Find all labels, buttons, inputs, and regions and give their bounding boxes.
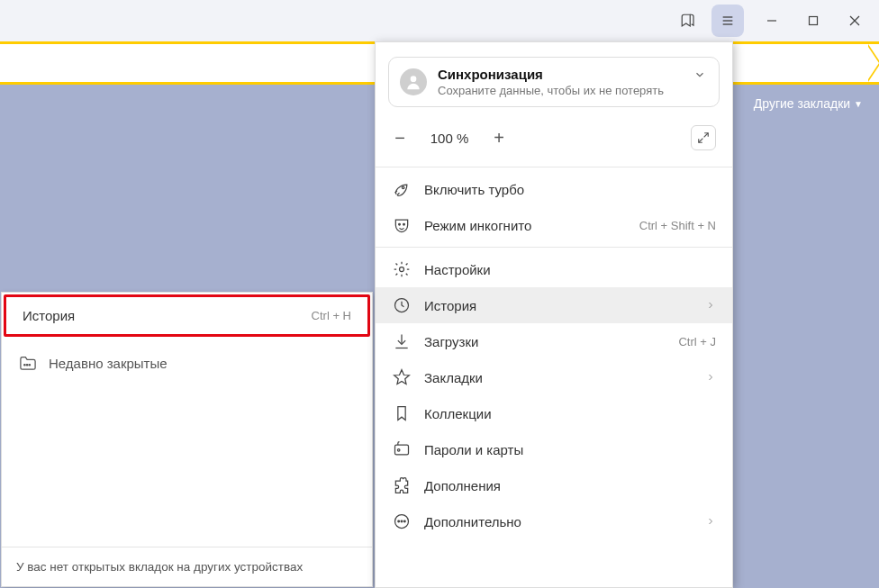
card-icon <box>392 440 412 458</box>
menu-item-label: История <box>424 298 476 313</box>
menu-item-shortcut: Ctrl + Shift + N <box>639 219 716 232</box>
avatar <box>400 68 427 95</box>
menu-item-label: Настройки <box>424 262 491 277</box>
svg-point-24 <box>404 520 406 522</box>
menu-item-addons[interactable]: Дополнения <box>376 467 732 503</box>
download-icon <box>845 50 861 67</box>
svg-point-13 <box>402 186 404 189</box>
bookmark-icon <box>680 13 696 29</box>
menu-item-incognito[interactable]: Режим инкогнито Ctrl + Shift + N <box>376 207 732 243</box>
window-maximize-button[interactable] <box>793 0 834 41</box>
minimize-icon <box>766 15 777 26</box>
divider <box>376 167 732 167</box>
star-icon <box>392 368 412 386</box>
bookmark-outline-icon <box>392 404 412 422</box>
svg-point-9 <box>29 365 30 366</box>
expand-icon <box>697 131 710 144</box>
svg-point-14 <box>399 223 401 225</box>
history-footer-text: У вас нет открытых вкладок на других уст… <box>2 547 372 586</box>
sync-card[interactable]: Синхронизация Сохраните данные, чтобы их… <box>388 57 720 107</box>
window-minimize-button[interactable] <box>751 0 793 41</box>
menu-item-history[interactable]: История <box>376 287 732 323</box>
menu-item-passwords[interactable]: Пароли и карты <box>376 431 732 467</box>
menu-item-downloads[interactable]: Загрузки Ctrl + J <box>376 323 732 359</box>
menu-item-label: Загрузки <box>424 334 478 349</box>
menu-item-more[interactable]: Дополнительно <box>376 503 732 539</box>
chevron-right-icon <box>705 300 716 311</box>
menu-item-settings[interactable]: Настройки <box>376 251 732 287</box>
svg-point-10 <box>411 76 417 82</box>
history-title: История <box>23 308 75 323</box>
zoom-out-button[interactable]: − <box>392 128 408 149</box>
menu-item-label: Закладки <box>424 370 483 385</box>
menu-item-label: Пароли и карты <box>424 442 523 457</box>
other-bookmarks-label: Другие закладки <box>754 96 850 111</box>
zoom-value: 100 % <box>424 131 475 146</box>
clock-icon <box>392 296 412 314</box>
menu-item-turbo[interactable]: Включить турбо <box>376 171 732 207</box>
gear-icon <box>392 260 412 278</box>
sync-subtitle: Сохраните данные, чтобы их не потерять <box>438 84 664 97</box>
svg-point-23 <box>401 520 403 522</box>
zoom-in-button[interactable]: + <box>491 128 507 149</box>
history-submenu-panel: История Ctrl + H Недавно закрытые У вас … <box>1 292 373 587</box>
menu-item-label: Дополнительно <box>424 514 521 529</box>
window-close-button[interactable] <box>834 0 875 41</box>
history-submenu-header[interactable]: История Ctrl + H <box>4 294 370 337</box>
chevron-right-icon <box>705 372 716 383</box>
svg-point-15 <box>403 223 405 225</box>
menu-item-shortcut: Ctrl + J <box>678 335 716 348</box>
svg-point-22 <box>398 520 400 522</box>
fullscreen-button[interactable] <box>691 125 716 150</box>
menu-item-label: Режим инкогнито <box>424 218 531 233</box>
folder-icon <box>18 355 38 371</box>
main-menu-button[interactable] <box>711 5 744 37</box>
svg-rect-4 <box>810 17 818 25</box>
svg-marker-18 <box>394 370 410 384</box>
menu-item-collections[interactable]: Коллекции <box>376 395 732 431</box>
history-shortcut: Ctrl + H <box>312 309 351 322</box>
menu-item-bookmarks[interactable]: Закладки <box>376 359 732 395</box>
svg-line-12 <box>699 139 703 143</box>
close-icon <box>849 15 860 26</box>
menu-item-label: Коллекции <box>424 406 492 421</box>
svg-point-16 <box>400 267 404 272</box>
menu-item-label: Включить турбо <box>424 182 524 197</box>
download-icon <box>392 332 412 350</box>
svg-point-8 <box>26 365 27 366</box>
chevron-down-icon <box>693 68 706 81</box>
svg-line-11 <box>704 133 709 138</box>
mask-icon <box>392 216 412 234</box>
downloads-indicator[interactable] <box>845 50 861 67</box>
recently-closed-item[interactable]: Недавно закрытые <box>2 339 372 387</box>
menu-item-label: Дополнения <box>424 478 501 493</box>
other-bookmarks-button[interactable]: Другие закладки ▼ <box>754 96 863 111</box>
more-icon <box>392 512 412 530</box>
svg-rect-19 <box>395 445 409 455</box>
svg-point-7 <box>24 365 25 366</box>
bookmarks-button[interactable] <box>672 5 704 37</box>
caret-down-icon: ▼ <box>854 99 863 109</box>
puzzle-icon <box>392 476 412 494</box>
rocket-icon <box>392 180 412 198</box>
svg-point-20 <box>397 449 400 452</box>
chevron-right-icon <box>705 516 716 527</box>
main-menu-dropdown: Синхронизация Сохраните данные, чтобы их… <box>375 41 733 588</box>
zoom-controls: − 100 % + <box>376 116 732 163</box>
hamburger-icon <box>720 14 735 28</box>
maximize-icon <box>808 15 819 26</box>
sync-title: Синхронизация <box>438 67 664 82</box>
person-icon <box>404 73 422 91</box>
divider <box>376 247 732 248</box>
recently-closed-label: Недавно закрытые <box>49 356 168 371</box>
